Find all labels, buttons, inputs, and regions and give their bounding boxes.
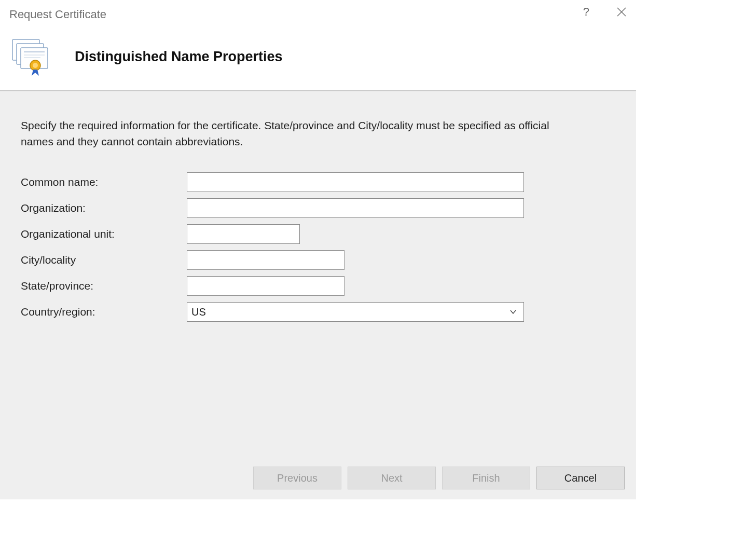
page-heading: Distinguished Name Properties: [75, 49, 283, 65]
input-state-province[interactable]: [187, 276, 344, 296]
finish-button: Finish: [442, 467, 530, 489]
page-description: Specify the required information for the…: [21, 117, 571, 149]
previous-button: Previous: [253, 467, 341, 489]
dialog-button-bar: Previous Next Finish Cancel: [253, 467, 625, 489]
input-common-name[interactable]: [187, 172, 524, 192]
row-organizational-unit: Organizational unit:: [21, 221, 615, 247]
cancel-button[interactable]: Cancel: [536, 467, 625, 489]
row-organization: Organization:: [21, 195, 615, 221]
label-state-province: State/province:: [21, 280, 187, 292]
row-common-name: Common name:: [21, 169, 615, 195]
input-organizational-unit[interactable]: [187, 224, 300, 244]
help-icon[interactable]: ?: [583, 5, 589, 19]
label-organizational-unit: Organizational unit:: [21, 228, 187, 240]
titlebar: Request Certificate ?: [0, 0, 636, 31]
label-city-locality: City/locality: [21, 254, 187, 266]
request-certificate-dialog: Request Certificate ? Distinguished Name…: [0, 0, 636, 499]
select-country-region-value: US: [191, 306, 206, 318]
certificate-icon: [9, 36, 50, 77]
content-area: Specify the required information for the…: [0, 91, 636, 499]
dialog-title: Request Certificate: [9, 7, 106, 22]
row-state-province: State/province:: [21, 273, 615, 299]
input-organization[interactable]: [187, 198, 524, 218]
page-header: Distinguished Name Properties: [0, 31, 636, 90]
next-button: Next: [348, 467, 436, 489]
row-country-region: Country/region: US: [21, 299, 615, 325]
label-common-name: Common name:: [21, 176, 187, 188]
svg-point-9: [33, 63, 38, 68]
row-city-locality: City/locality: [21, 247, 615, 273]
close-icon[interactable]: [616, 7, 627, 17]
select-country-region[interactable]: US: [187, 302, 524, 322]
label-organization: Organization:: [21, 202, 187, 214]
chevron-down-icon: [509, 308, 517, 316]
input-city-locality[interactable]: [187, 250, 344, 270]
label-country-region: Country/region:: [21, 306, 187, 318]
titlebar-controls: ?: [583, 5, 627, 19]
